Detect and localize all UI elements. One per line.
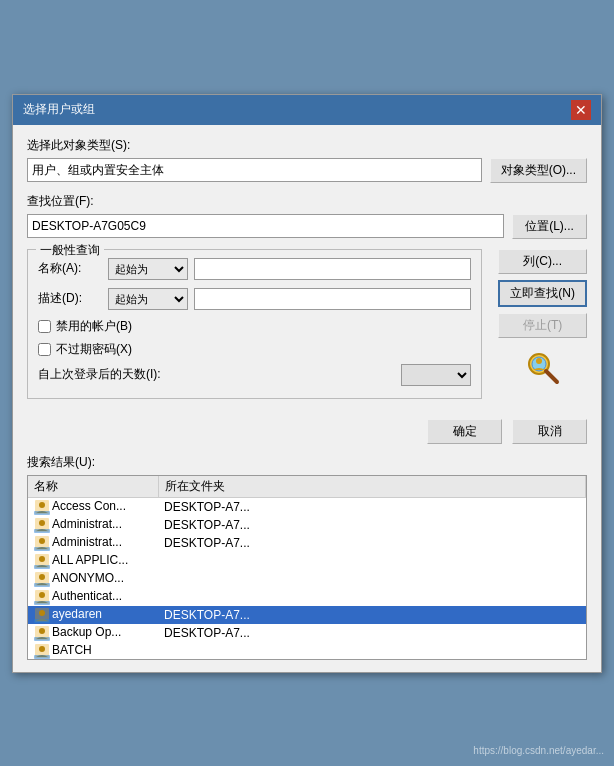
- location-label: 查找位置(F):: [27, 193, 587, 210]
- table-row[interactable]: ALL APPLIC...: [28, 552, 586, 570]
- no-expire-checkbox-row: 不过期密码(X): [38, 341, 471, 358]
- user-icon: [34, 607, 50, 623]
- user-icon: [34, 535, 50, 551]
- user-icon: [34, 553, 50, 569]
- group-legend: 一般性查询: [36, 242, 104, 259]
- cell-name: BATCH: [28, 642, 158, 660]
- desc-label: 描述(D):: [38, 290, 108, 307]
- disabled-checkbox-row: 禁用的帐户(B): [38, 318, 471, 335]
- location-button[interactable]: 位置(L)...: [512, 214, 587, 239]
- svg-point-14: [39, 556, 45, 562]
- col-button[interactable]: 列(C)...: [498, 249, 587, 274]
- svg-point-3: [536, 358, 542, 364]
- cell-name: ANONYMO...: [28, 570, 158, 588]
- days-row: 自上次登录后的天数(I):: [38, 364, 471, 386]
- svg-rect-30: [34, 655, 50, 659]
- user-icon: [34, 571, 50, 587]
- table-row[interactable]: Access Con...DESKTOP-A7...: [28, 497, 586, 516]
- cell-folder: DESKTOP-A7...: [158, 624, 586, 642]
- svg-point-11: [39, 538, 45, 544]
- search-results-label: 搜索结果(U):: [27, 454, 587, 471]
- cell-folder: [158, 570, 586, 588]
- object-type-label: 选择此对象类型(S):: [27, 137, 587, 154]
- svg-rect-15: [34, 565, 50, 569]
- cell-folder: DESKTOP-A7...: [158, 497, 586, 516]
- days-select[interactable]: [401, 364, 471, 386]
- cell-name: ayedaren: [28, 606, 158, 624]
- name-row: 名称(A): 起始为: [38, 258, 471, 280]
- cell-folder: DESKTOP-A7...: [158, 606, 586, 624]
- cell-name: Backup Op...: [28, 624, 158, 642]
- cell-folder: [158, 588, 586, 606]
- svg-point-23: [39, 610, 45, 616]
- svg-rect-21: [34, 601, 50, 605]
- cell-name: ALL APPLIC...: [28, 552, 158, 570]
- name-input[interactable]: [194, 258, 471, 280]
- svg-point-5: [39, 502, 45, 508]
- cell-name: Administrat...: [28, 534, 158, 552]
- select-user-dialog: 选择用户或组 ✕ 选择此对象类型(S): 对象类型(O)... 查找位置(F):…: [12, 94, 602, 673]
- table-row[interactable]: BATCH: [28, 642, 586, 660]
- table-row[interactable]: Authenticat...: [28, 588, 586, 606]
- dialog-title: 选择用户或组: [23, 101, 95, 118]
- col-folder: 所在文件夹: [158, 476, 586, 498]
- days-label: 自上次登录后的天数(I):: [38, 366, 401, 383]
- svg-point-26: [39, 628, 45, 634]
- svg-point-20: [39, 592, 45, 598]
- object-type-input[interactable]: [27, 158, 482, 182]
- cell-folder: DESKTOP-A7...: [158, 516, 586, 534]
- location-input[interactable]: [27, 214, 504, 238]
- title-bar: 选择用户或组 ✕: [13, 95, 601, 125]
- close-button[interactable]: ✕: [571, 100, 591, 120]
- name-label: 名称(A):: [38, 260, 108, 277]
- search-results-section: 搜索结果(U): 名称 所在文件夹 Access Con...DESKTOP-A…: [27, 454, 587, 660]
- svg-rect-9: [34, 529, 50, 533]
- location-row: 位置(L)...: [27, 214, 587, 239]
- search-icon: [523, 348, 563, 388]
- svg-point-29: [39, 646, 45, 652]
- col-name: 名称: [28, 476, 158, 498]
- results-table: 名称 所在文件夹 Access Con...DESKTOP-A7... Admi…: [28, 476, 586, 660]
- user-icon: [34, 517, 50, 533]
- table-row[interactable]: ayedarenDESKTOP-A7...: [28, 606, 586, 624]
- user-icon: [34, 643, 50, 659]
- ok-button[interactable]: 确定: [427, 419, 502, 444]
- disabled-account-checkbox[interactable]: [38, 320, 51, 333]
- name-select[interactable]: 起始为: [108, 258, 188, 280]
- desc-input[interactable]: [194, 288, 471, 310]
- svg-point-8: [39, 520, 45, 526]
- location-section: 查找位置(F): 位置(L)...: [27, 193, 587, 239]
- object-type-button[interactable]: 对象类型(O)...: [490, 158, 587, 183]
- object-type-row: 对象类型(O)...: [27, 158, 587, 183]
- table-row[interactable]: Administrat...DESKTOP-A7...: [28, 534, 586, 552]
- no-expire-checkbox[interactable]: [38, 343, 51, 356]
- find-now-button[interactable]: 立即查找(N): [498, 280, 587, 307]
- svg-rect-27: [34, 637, 50, 641]
- table-row[interactable]: ANONYMO...: [28, 570, 586, 588]
- cell-name: Administrat...: [28, 516, 158, 534]
- dialog-body: 选择此对象类型(S): 对象类型(O)... 查找位置(F): 位置(L)...…: [13, 125, 601, 672]
- cancel-button[interactable]: 取消: [512, 419, 587, 444]
- results-container[interactable]: 名称 所在文件夹 Access Con...DESKTOP-A7... Admi…: [27, 475, 587, 660]
- watermark: https://blog.csdn.net/ayedar...: [473, 745, 604, 756]
- cell-name: Access Con...: [28, 497, 158, 516]
- desc-select[interactable]: 起始为: [108, 288, 188, 310]
- stop-button[interactable]: 停止(T): [498, 313, 587, 338]
- no-expire-label: 不过期密码(X): [56, 341, 132, 358]
- cell-folder: [158, 552, 586, 570]
- svg-rect-12: [34, 547, 50, 551]
- disabled-account-label: 禁用的帐户(B): [56, 318, 132, 335]
- object-type-section: 选择此对象类型(S): 对象类型(O)...: [27, 137, 587, 183]
- table-row[interactable]: Backup Op...DESKTOP-A7...: [28, 624, 586, 642]
- general-query-group: 一般性查询 名称(A): 起始为 描述(D): 起始为: [27, 249, 482, 399]
- action-buttons: 确定 取消: [27, 419, 587, 444]
- user-icon: [34, 499, 50, 515]
- search-icon-area: [498, 344, 587, 392]
- svg-point-17: [39, 574, 45, 580]
- user-icon: [34, 625, 50, 641]
- right-buttons: 列(C)... 立即查找(N) 停止(T): [498, 249, 587, 409]
- cell-folder: [158, 642, 586, 660]
- svg-rect-6: [34, 511, 50, 515]
- table-row[interactable]: Administrat...DESKTOP-A7...: [28, 516, 586, 534]
- cell-name: Authenticat...: [28, 588, 158, 606]
